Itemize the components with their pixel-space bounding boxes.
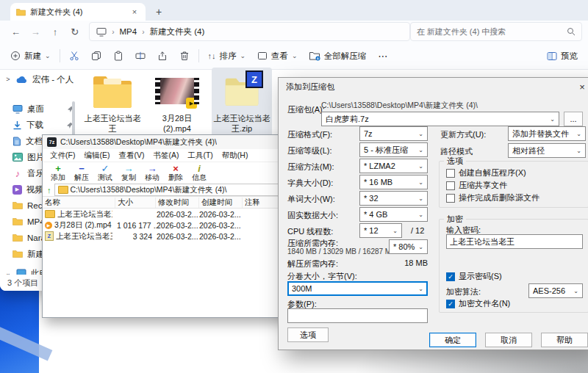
checkbox-label: 操作完成后删除源文件	[459, 192, 539, 203]
cpu-threads-value: * 12	[364, 226, 390, 235]
menu-bookmarks[interactable]: 书签(A)	[148, 151, 183, 161]
info-label: 信息	[192, 174, 207, 181]
sidebar-item-videos[interactable]: ▶ 视频	[12, 182, 43, 197]
menu-help[interactable]: 帮助(H)	[218, 151, 253, 161]
menu-file[interactable]: 文件(F)	[46, 151, 79, 161]
copy-to-button[interactable]: → 复制	[119, 164, 138, 181]
create-sfx-checkbox[interactable]: 创建自解压程序(X)	[446, 167, 526, 178]
view-button[interactable]: 查看 ⌄	[251, 46, 304, 66]
password-input[interactable]	[446, 234, 583, 249]
new-button[interactable]: 新建 ⌄	[4, 46, 57, 66]
delete-button[interactable]: × 删除	[166, 164, 185, 181]
path-mode-value: 相对路径	[512, 145, 574, 156]
table-row[interactable]: 上老王论坛当老王 2026-03-2... 2026-03-2...	[43, 209, 300, 220]
cpu-threads-combobox[interactable]: * 12⌄	[359, 223, 402, 238]
update-mode-combobox[interactable]: 添加并替换文件⌄	[508, 126, 586, 141]
column-size[interactable]: 大小	[115, 198, 156, 208]
dialog-close-icon[interactable]: ×	[576, 80, 588, 93]
path-mode-combobox[interactable]: 相对路径⌄	[508, 143, 586, 158]
back-icon[interactable]: ←	[6, 23, 26, 40]
cancel-button[interactable]: 取消	[485, 333, 532, 347]
parameters-input[interactable]	[287, 308, 428, 323]
breadcrumb[interactable]: › MP4 › 新建文件夹 (4)	[89, 22, 410, 41]
table-row[interactable]: Z上老王论坛当老王... 3 324 2026-03-2... 2026-03-…	[43, 231, 300, 242]
sidebar-item-new-folder[interactable]: 新建	[12, 247, 44, 261]
forward-icon[interactable]: →	[26, 23, 46, 40]
column-modified[interactable]: 修改时间	[156, 198, 199, 208]
sidebar-item-pictures[interactable]: 图片	[12, 150, 44, 164]
music-note-icon: ♪	[12, 168, 23, 179]
sidebar-item-downloads[interactable]: 下载	[12, 117, 74, 132]
file-tile-video[interactable]: ▶ 3月28日 (2).mp4	[147, 68, 207, 139]
sidebar-item-mp4[interactable]: MP4	[12, 214, 45, 229]
up-level-icon[interactable]: ↑	[47, 186, 51, 195]
info-button[interactable]: i 信息	[190, 164, 209, 181]
breadcrumb-item-current[interactable]: 新建文件夹 (4)	[149, 26, 204, 37]
browse-button[interactable]: ...	[564, 112, 583, 126]
menu-edit[interactable]: 编辑(E)	[79, 151, 114, 161]
cut-button[interactable]	[63, 46, 85, 66]
sevenzip-address-input[interactable]: C:\Users\13588\Desktop\MP4\新建文件夹 (4)\	[54, 184, 296, 196]
menu-view[interactable]: 查看(V)	[114, 151, 148, 161]
sidebar-item-nara[interactable]: Nara	[12, 231, 46, 245]
dictionary-combobox[interactable]: * 16 MB⌄	[359, 175, 428, 189]
sidebar-item-documents[interactable]: 文档	[12, 134, 43, 148]
show-password-checkbox[interactable]: ✓ 显示密码(S)	[446, 271, 502, 282]
move-to-button[interactable]: → 移动	[143, 164, 162, 181]
column-name[interactable]: 名称	[43, 198, 115, 208]
solid-block-combobox[interactable]: * 4 GB⌄	[359, 207, 428, 222]
sidebar-item-onedrive[interactable]: > 宏伟 - 个人	[4, 72, 74, 87]
file-tile-zip-selected[interactable]: Z 上老王论坛当老 王.zip	[212, 68, 272, 139]
column-created[interactable]: 创建时间	[199, 198, 243, 208]
breadcrumb-item-mp4[interactable]: MP4	[119, 27, 137, 36]
paste-icon	[113, 51, 123, 61]
menu-tools[interactable]: 工具(T)	[183, 151, 217, 161]
new-tab-button[interactable]: +	[156, 3, 162, 21]
file-tile-folder[interactable]: 上老王论坛当老 王	[82, 68, 143, 139]
sidebar-item-music[interactable]: ♪ 音乐	[12, 166, 44, 181]
sevenzip-title-bar[interactable]: 7z C:\Users\13588\Desktop\MP4\新建文件夹 (4)\	[43, 135, 300, 149]
sidebar-item-desktop[interactable]: 桌面	[12, 101, 74, 116]
extract-all-button[interactable]: 全部解压缩	[304, 46, 373, 66]
format-combobox[interactable]: 7z⌄	[359, 126, 428, 141]
add-button[interactable]: + 添加	[49, 164, 68, 181]
add-label: 添加	[51, 174, 65, 181]
delete-after-checkbox[interactable]: 操作完成后删除源文件	[446, 192, 539, 203]
table-row[interactable]: ▶3月28日 (2).mp4 1 016 177 ... 2026-03-2..…	[43, 220, 300, 231]
sort-button[interactable]: ↑↓ 排序 ⌄	[202, 46, 252, 66]
extract-button[interactable]: − 解压	[72, 164, 91, 181]
up-icon[interactable]: ↑	[46, 23, 65, 40]
method-combobox[interactable]: * LZMA2⌄	[359, 159, 428, 173]
delete-button[interactable]	[173, 46, 196, 66]
options-button[interactable]: 选项	[287, 327, 329, 342]
tab-close-icon[interactable]: ×	[129, 7, 140, 16]
refresh-icon[interactable]: ↻	[65, 23, 85, 40]
ok-button[interactable]: 确定	[429, 333, 476, 347]
paste-button[interactable]	[107, 46, 129, 66]
encryption-method-combobox[interactable]: AES-256⌄	[528, 283, 583, 298]
preview-button[interactable]: 预览	[541, 46, 584, 66]
level-combobox[interactable]: 5 - 标准压缩⌄	[359, 142, 428, 157]
search-input[interactable]: 在 新建文件夹 (4) 中搜索	[410, 22, 582, 41]
encrypt-names-checkbox[interactable]: ✓ 加密文件名(N)	[446, 298, 510, 309]
split-volume-combobox[interactable]: 300M⌄	[287, 281, 428, 296]
share-button[interactable]	[151, 46, 173, 66]
shared-files-checkbox[interactable]: 压缩共享文件	[446, 180, 507, 191]
memory-usage-combobox[interactable]: * 80%⌄	[389, 239, 428, 254]
copy-button[interactable]	[85, 46, 107, 66]
archive-name-combobox[interactable]: 白虎萝莉.7z ⌄	[321, 112, 559, 126]
archive-label: 压缩包(A):	[287, 104, 325, 115]
dialog-title-bar[interactable]: 添加到压缩包	[279, 78, 588, 95]
sevenzip-address-row: ↑ C:\Users\13588\Desktop\MP4\新建文件夹 (4)\	[43, 184, 300, 196]
more-options-button[interactable]: ⋯	[372, 46, 393, 66]
chevron-down-icon: ⌄	[418, 244, 423, 250]
expand-right-icon[interactable]: >	[4, 76, 12, 83]
test-button[interactable]: ✓ 测试	[96, 164, 115, 181]
folder-content: 上老王论坛当老 王 ▶ 3月28日 (2).mp4 Z 上老王论坛当老 王.zi…	[82, 68, 272, 139]
explorer-tab[interactable]: 新建文件夹 (4) ×	[10, 3, 146, 21]
help-button[interactable]: 帮助	[541, 333, 588, 347]
word-size-combobox[interactable]: * 32⌄	[359, 191, 428, 206]
rename-button[interactable]	[129, 46, 151, 66]
sidebar-item-rec[interactable]: Rec	[12, 198, 42, 213]
folder-icon	[45, 210, 55, 218]
